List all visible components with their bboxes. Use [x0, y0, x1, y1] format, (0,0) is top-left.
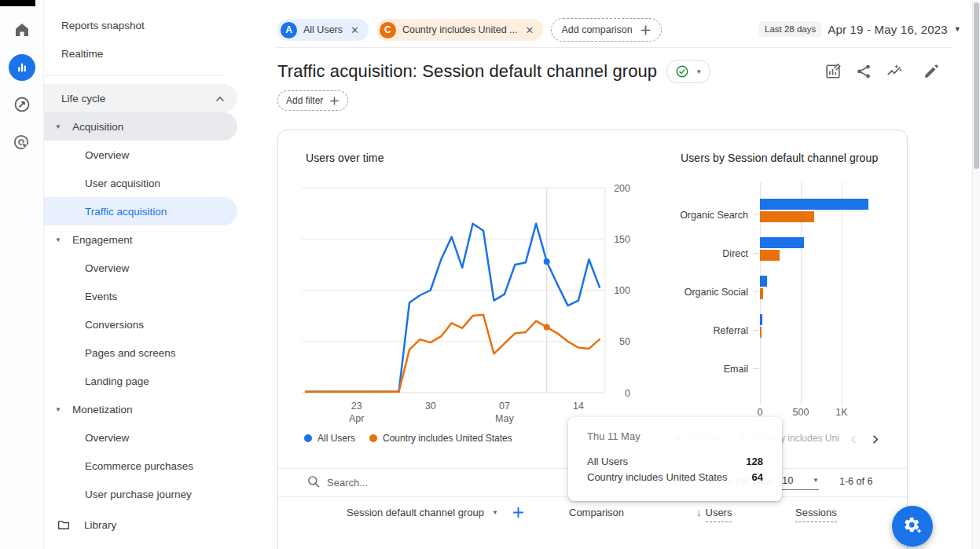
tooltip-rows: All Users128Country includes United Stat… — [587, 454, 763, 485]
sidebar-item-library[interactable]: Library — [44, 511, 262, 539]
comparison-chip-a[interactable]: AAll Users✕ — [277, 19, 369, 41]
y-axis-tick: 0 — [625, 388, 630, 399]
sidebar-item-user-purchase-journey[interactable]: User purchase journey — [44, 480, 237, 508]
page-title: Traffic acquisition: Session default cha… — [277, 61, 657, 82]
bar-axis-tick — [753, 368, 759, 369]
explore-icon[interactable] — [0, 95, 43, 114]
bar-x-axis-tick: 0 — [744, 407, 776, 418]
sidebar-item-label: Overview — [85, 432, 129, 444]
comparison-chip-c[interactable]: CCountry includes United ...✕ — [376, 19, 544, 41]
close-icon[interactable]: ✕ — [524, 24, 536, 36]
sidebar-item-landing-page[interactable]: Landing page — [44, 367, 237, 395]
dimension-header[interactable]: Session default channel group ▼ — [347, 507, 524, 518]
scrollbar-thumb[interactable] — [974, 2, 979, 169]
add-filter-label: Add filter — [286, 95, 323, 106]
data-quality-badge[interactable]: ▼ — [666, 60, 710, 83]
sidebar-item-events[interactable]: Events — [44, 282, 237, 310]
legend-item-all-users: All Users — [304, 433, 355, 444]
left-nav-rail — [0, 0, 44, 549]
add-dimension-icon[interactable] — [512, 507, 524, 518]
reports-icon[interactable] — [0, 54, 43, 81]
insights-fab[interactable] — [892, 506, 933, 547]
sidebar-item-realtime[interactable]: Realtime — [44, 39, 250, 68]
sessions-column-header[interactable]: Sessions — [795, 507, 837, 522]
sidebar-item-label: Reports snapshot — [61, 20, 145, 31]
legend-label: All Users — [317, 433, 355, 444]
sessions-header-label: Sessions — [795, 507, 837, 522]
bar-gridline — [842, 182, 842, 405]
bar-category-label: Direct — [674, 247, 748, 260]
sidebar-item-user-acquisition[interactable]: User acquisition — [44, 169, 237, 197]
bar-axis-tick — [753, 291, 759, 292]
ga4-reports-page: Reports snapshotRealtimeLife cycle▼Acqui… — [0, 0, 980, 549]
legend-dot — [304, 434, 312, 442]
comparison-chip-label: Country includes United ... — [402, 24, 518, 35]
sidebar-item-label: Traffic acquisition — [85, 206, 167, 218]
plus-icon — [329, 96, 340, 106]
tooltip-row-value: 64 — [752, 470, 763, 485]
rows-per-page-value: 10 — [782, 474, 793, 486]
legend-dot — [369, 434, 377, 442]
sidebar-item-acquisition[interactable]: ▼Acquisition — [44, 112, 237, 141]
users-over-time-chart: 05010015020023Apr3007May14 — [300, 176, 658, 429]
tooltip-date: Thu 11 May — [587, 430, 763, 442]
chevron-down-icon: ▼ — [813, 477, 819, 484]
insights-icon[interactable] — [885, 62, 904, 81]
sidebar-item-overview[interactable]: Overview — [44, 141, 237, 169]
customize-report-icon[interactable] — [824, 62, 842, 81]
sidebar-item-ecommerce-purchases[interactable]: Ecommerce purchases — [44, 452, 237, 480]
date-range-picker[interactable]: Last 28 days Apr 19 - May 16, 2023 ▼ — [759, 21, 961, 37]
sidebar-item-engagement[interactable]: ▼Engagement — [44, 225, 237, 254]
y-axis-tick: 100 — [614, 285, 630, 296]
sidebar-item-pages-and-screens[interactable]: Pages and screens — [44, 339, 237, 367]
chart-tooltip: Thu 11 May All Users128Country includes … — [568, 417, 782, 501]
bar-organic-social-all-users — [760, 276, 767, 287]
bar-organic-search-all-users — [760, 199, 868, 210]
users-column-header[interactable]: ↓ Users — [696, 507, 732, 522]
sidebar-item-label: Monetization — [72, 404, 133, 415]
legend-label: Country includes United States — [383, 433, 512, 444]
bar-x-axis-tick: 1K — [826, 407, 857, 418]
sidebar-item-label: Overview — [85, 149, 129, 161]
gear-sparkle-icon — [901, 515, 923, 537]
rows-per-page-select[interactable]: 10 ▼ — [782, 470, 819, 490]
collection-header-label: Life cycle — [61, 93, 105, 104]
bar-category-label: Email — [674, 363, 748, 375]
bar-organic-social-country-includes-united-states — [760, 288, 763, 299]
comparison-chip-label: All Users — [303, 24, 343, 35]
sidebar-item-traffic-acquisition[interactable]: Traffic acquisition — [44, 197, 237, 225]
sidebar-item-monetization[interactable]: ▼Monetization — [44, 395, 237, 423]
bar-referral-all-users — [760, 314, 762, 325]
comparison-badge: A — [281, 22, 297, 38]
bar-axis-tick — [753, 253, 759, 254]
caret-down-icon: ▼ — [55, 406, 61, 413]
share-icon[interactable] — [854, 62, 873, 81]
sidebar-item-overview[interactable]: Overview — [44, 423, 237, 452]
comparison-chips: AAll Users✕CCountry includes United ...✕ — [277, 19, 543, 41]
bar-organic-search-country-includes-united-states — [760, 211, 814, 222]
edit-icon[interactable] — [922, 62, 941, 81]
chart-next-page-icon[interactable] — [865, 430, 884, 448]
x-axis-tick: 07 — [499, 401, 510, 412]
close-icon[interactable]: ✕ — [349, 24, 361, 36]
sidebar-item-reports-snapshot[interactable]: Reports snapshot — [44, 11, 250, 39]
sidebar-item-conversions[interactable]: Conversions — [44, 310, 237, 339]
chart-prev-page-icon[interactable] — [844, 430, 863, 448]
line-chart-title: Users over time — [306, 152, 384, 164]
folder-icon — [57, 518, 71, 532]
advertising-icon[interactable] — [0, 134, 43, 152]
add-filter-button[interactable]: Add filter — [277, 90, 348, 111]
sidebar-item-overview[interactable]: Overview — [44, 254, 237, 282]
sidebar-item-label: Acquisition — [72, 121, 123, 133]
sidebar-item-label: Events — [85, 291, 117, 302]
home-icon[interactable] — [0, 20, 43, 39]
search-input[interactable] — [325, 472, 549, 492]
highlighted-point-country-includes-united-states — [544, 324, 550, 330]
caret-down-icon: ▼ — [55, 123, 61, 130]
search-icon — [306, 474, 321, 492]
tooltip-row-label: Country includes United States — [587, 470, 727, 485]
date-preset-badge: Last 28 days — [759, 21, 821, 37]
add-comparison-button[interactable]: Add comparison — [551, 18, 661, 42]
y-axis-tick: 150 — [614, 234, 630, 245]
sidebar-collection-header-life-cycle[interactable]: Life cycle — [44, 84, 237, 112]
